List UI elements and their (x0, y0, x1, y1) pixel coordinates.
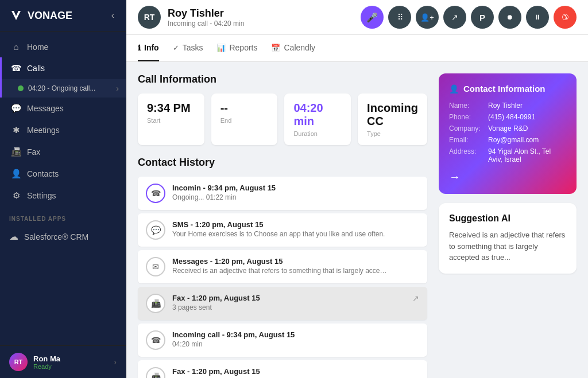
vonage-logo-icon (9, 9, 23, 22)
company-label: Company: (449, 124, 483, 133)
park-icon: P (479, 13, 485, 22)
sidebar-item-salesforce[interactable]: ☁ Salesforce® CRM (0, 225, 126, 248)
tab-calendly[interactable]: 📅 Calendly (271, 35, 315, 61)
name-value: Roy Tishler (488, 102, 523, 110)
call-type-value: Incoming CC (367, 102, 418, 128)
calendly-tab-icon: 📅 (271, 44, 280, 52)
sidebar-item-settings-label: Settings (27, 191, 56, 200)
call-history-icon: ☎ (146, 184, 165, 203)
history-item-title: Messages - 1:20 pm, August 15 (172, 257, 419, 266)
end-time-label: End (220, 117, 269, 124)
history-item-desc: 04:20 min (172, 340, 390, 348)
transfer-button[interactable]: ↗ (443, 6, 466, 29)
contacts-button[interactable]: 👤+ (416, 6, 439, 29)
sms-history-icon: 💬 (146, 220, 165, 240)
park-button[interactable]: P (471, 6, 494, 29)
address-label: Address: (449, 147, 483, 163)
caller-avatar: RT (138, 6, 161, 29)
tasks-tab-icon: ✓ (173, 44, 179, 52)
fax-history-icon: 📠 (146, 294, 165, 313)
mute-button[interactable]: 🎤 (361, 6, 384, 29)
sidebar-item-fax[interactable]: 📠 Fax (0, 141, 126, 163)
history-item[interactable]: 📠 Fax - 1:20 pm, August 15 1 pages recei… (138, 360, 427, 378)
tabs: ℹ Info ✓ Tasks 📊 Reports 📅 Calendly (126, 35, 588, 62)
history-item-highlighted[interactable]: 📠 Fax - 1:20 pm, August 15 3 pages sent … (138, 287, 427, 320)
tab-info[interactable]: ℹ Info (138, 35, 159, 61)
sidebar-footer: RT Ron Ma Ready › (0, 345, 126, 378)
sidebar-header: VONAGE ‹ (0, 0, 126, 32)
sidebar-item-calls-label: Calls (27, 64, 45, 73)
record-button[interactable]: ⏺ (498, 6, 521, 29)
history-item[interactable]: ☎ Incomin - 9:34 pm, August 15 Ongoing..… (138, 177, 427, 210)
sidebar-item-calls[interactable]: ☎ Calls (0, 57, 126, 79)
caller-name: Roy Tishler (168, 7, 244, 20)
sidebar-item-contacts[interactable]: 👤 Contacts (0, 163, 126, 185)
contact-information-card: 👤 Contact Information Name: Roy Tishler … (439, 73, 577, 194)
sidebar-item-fax-label: Fax (27, 147, 40, 157)
history-content: Messages - 1:20 pm, August 15 Received i… (172, 257, 419, 275)
contacts-icon: 👤 (11, 169, 21, 179)
history-content: Incomin - 9:34 pm, August 15 Ongoing... … (172, 184, 419, 201)
call-info-grid: 9:34 PM Start -- End 04:20 min Duration … (138, 93, 427, 145)
history-item-title: Fax - 1:20 pm, August 15 (172, 294, 405, 302)
contact-field-name: Name: Roy Tishler (449, 102, 566, 110)
history-content: Incoming call - 9:34 pm, August 15 04:20… (172, 330, 419, 348)
contact-card-arrow[interactable]: → (449, 170, 566, 184)
contact-field-company: Company: Vonage R&D (449, 124, 566, 133)
history-item[interactable]: ☎ Incoming call - 9:34 pm, August 15 04:… (138, 324, 427, 357)
call-information-title: Call Information (138, 73, 427, 85)
sidebar-item-home-label: Home (27, 42, 48, 52)
history-item-title: Incomin - 9:34 pm, August 15 (172, 184, 419, 192)
sidebar-item-meetings-label: Meetings (27, 126, 60, 135)
start-time-card: 9:34 PM Start (138, 93, 204, 145)
caller-details: Roy Tishler Incoming call - 04:20 min (168, 7, 244, 28)
sidebar-item-messages[interactable]: 💬 Messages (0, 98, 126, 119)
incoming-call-history-icon: ☎ (146, 330, 165, 350)
caller-avatar-text: RT (144, 13, 155, 22)
end-call-button[interactable]: ✆ (549, 1, 582, 34)
messages-icon: 💬 (11, 103, 21, 114)
history-list: ☎ Incomin - 9:34 pm, August 15 Ongoing..… (138, 177, 427, 378)
reports-tab-icon: 📊 (216, 44, 226, 52)
call-type-card: Incoming CC Type (358, 93, 427, 145)
contact-history-title: Contact History (138, 157, 427, 169)
tab-tasks[interactable]: ✓ Tasks (173, 35, 203, 61)
tab-reports[interactable]: 📊 Reports (216, 35, 257, 61)
contact-card-title: Contact Information (463, 84, 546, 93)
contact-history-section: Contact History ☎ Incomin - 9:34 pm, Aug… (138, 157, 427, 378)
history-item[interactable]: ✉ Messages - 1:20 pm, August 15 Received… (138, 250, 427, 283)
ongoing-call-left: 04:20 - Ongoing call... (18, 84, 95, 92)
history-item[interactable]: 💬 SMS - 1:20 pm, August 15 Your Home exe… (138, 213, 427, 247)
keypad-button[interactable]: ⠿ (388, 6, 411, 29)
sidebar-item-settings[interactable]: ⚙ Settings (0, 185, 126, 206)
footer-chevron-icon[interactable]: › (114, 357, 117, 367)
sidebar-collapse-button[interactable]: ‹ (109, 8, 117, 23)
suggestion-ai-title: Suggestion AI (449, 213, 566, 224)
sidebar-navigation: ⌂ Home ☎ Calls 04:20 - Ongoing call... ›… (0, 32, 126, 345)
call-information-section: Call Information 9:34 PM Start -- End 04… (138, 73, 427, 145)
history-content: SMS - 1:20 pm, August 15 Your Home exerc… (172, 220, 419, 238)
main-content: RT Roy Tishler Incoming call - 04:20 min… (126, 0, 588, 378)
user-name: Ron Ma (33, 354, 60, 363)
user-details: Ron Ma Ready (33, 354, 60, 370)
right-panel: 👤 Contact Information Name: Roy Tishler … (439, 73, 577, 367)
keypad-icon: ⠿ (397, 13, 403, 22)
external-link-icon[interactable]: ↗ (412, 294, 419, 303)
duration-card: 04:20 min Duration (284, 93, 351, 145)
ongoing-call-item[interactable]: 04:20 - Ongoing call... › (0, 79, 126, 98)
call-type-label: Type (367, 130, 418, 137)
message-history-icon: ✉ (146, 257, 165, 276)
end-call-icon: ✆ (559, 11, 571, 23)
caller-status: Incoming call - 04:20 min (168, 20, 244, 28)
hold-button[interactable]: ⏸ (526, 6, 549, 29)
contact-field-address: Address: 94 Yigal Alon St., Tel Aviv, Is… (449, 147, 566, 163)
sidebar-item-meetings[interactable]: ✱ Meetings (0, 119, 126, 141)
start-time-label: Start (147, 117, 195, 124)
sidebar-item-home[interactable]: ⌂ Home (0, 36, 126, 57)
fax-icon: 📠 (11, 147, 21, 157)
caller-info: RT Roy Tishler Incoming call - 04:20 min (138, 6, 244, 29)
address-value: 94 Yigal Alon St., Tel Aviv, Israel (488, 147, 566, 163)
sidebar-item-messages-label: Messages (27, 104, 64, 113)
start-time-value: 9:34 PM (147, 102, 195, 115)
history-item-desc: Your Home exercises is to Choose an app … (172, 230, 390, 238)
